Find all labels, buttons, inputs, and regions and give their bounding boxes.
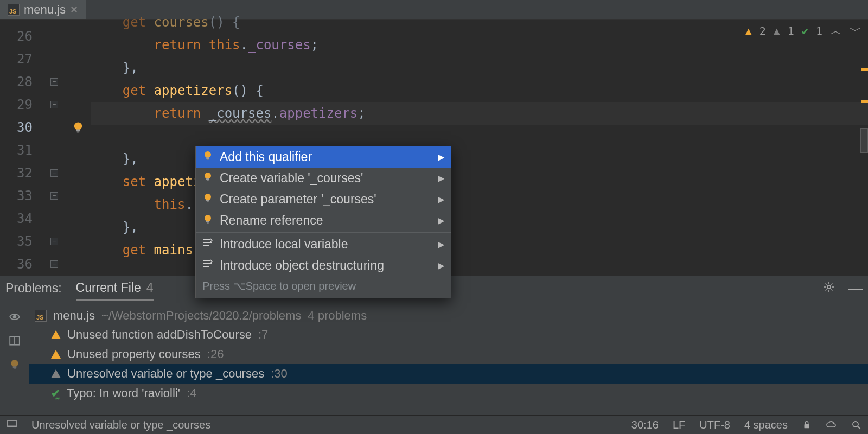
problems-file-name: menu.js [53, 309, 95, 323]
ide-window: JS menu.js ✕ 2627282930313233343536 −−−−… [0, 0, 868, 434]
file-tab-label: menu.js [24, 3, 66, 17]
typo-count: 1 [816, 24, 822, 37]
hide-panel-icon[interactable]: — [848, 280, 863, 297]
error-stripe-mark[interactable] [861, 100, 868, 103]
line-number-gutter: 2627282930313233343536 [0, 20, 43, 276]
problem-item[interactable]: ✔̰Typo: In word 'raviolli' :4 [29, 384, 868, 403]
intention-action-label: Create variable '_courses' [220, 171, 363, 186]
indent-settings[interactable]: 4 spaces [744, 419, 788, 431]
error-stripe-viewport[interactable] [860, 128, 868, 153]
status-bar: Unresolved variable or type _courses 30:… [0, 415, 868, 434]
fold-handle[interactable]: − [50, 260, 58, 268]
problems-title-label: Problems: [5, 281, 62, 296]
problem-text: Typo: In word 'raviolli' [67, 386, 180, 400]
line-number: 26 [0, 25, 43, 48]
search-icon[interactable] [851, 419, 861, 430]
fold-gutter: −−−−−− [43, 20, 65, 276]
intention-action-label: Create parameter '_courses' [220, 192, 376, 207]
intention-bulb-icon[interactable] [72, 121, 85, 134]
lock-icon[interactable] [802, 420, 812, 430]
warning-icon: ▲ [745, 24, 752, 37]
problem-text: Unused function addDishToCourse [67, 328, 252, 342]
line-number: 28 [0, 71, 43, 93]
file-tab[interactable]: JS menu.js ✕ [0, 0, 86, 19]
problem-location: :7 [258, 328, 268, 342]
javascript-file-icon: JS [8, 4, 20, 16]
refactor-icon [202, 237, 213, 252]
problems-tab-label: Current File [76, 280, 141, 295]
line-number: 32 [0, 162, 43, 184]
problems-title: Problems: [5, 276, 62, 300]
weak-warning-icon [51, 369, 61, 378]
code-line[interactable]: return _courses.appetizers; [91, 102, 868, 125]
line-number: 35 [0, 230, 43, 253]
caret-position[interactable]: 30:16 [631, 419, 659, 431]
inspection-summary[interactable]: ▲ 2 ▲ 1 ✔ 1 ︿ ﹀ [745, 23, 861, 39]
code-editor[interactable]: 2627282930313233343536 −−−−−− get course… [0, 20, 868, 276]
intention-action-item[interactable]: Rename reference▶ [196, 210, 451, 231]
close-icon[interactable]: ✕ [70, 4, 78, 16]
problems-tab-current-file[interactable]: Current File 4 [76, 276, 154, 300]
intention-action-label: Add this qualifier [220, 150, 312, 164]
intention-action-item[interactable]: Create variable '_courses'▶ [196, 168, 451, 189]
intention-actions-popup[interactable]: Add this qualifier▶Create variable '_cou… [195, 146, 451, 298]
submenu-arrow-icon: ▶ [438, 215, 444, 226]
intention-action-item[interactable]: Introduce object destructuring▶ [196, 255, 451, 276]
problems-file-row[interactable]: JS menu.js ~/WebstormProjects/2020.2/pro… [29, 307, 868, 325]
problems-file-count: 4 problems [308, 309, 367, 323]
fold-handle[interactable]: − [50, 192, 58, 200]
split-icon[interactable] [8, 334, 22, 348]
submenu-arrow-icon: ▶ [438, 260, 444, 271]
view-icon[interactable] [8, 310, 22, 324]
bulb-icon [202, 171, 213, 186]
submenu-arrow-icon: ▶ [438, 173, 444, 183]
typo-icon: ✔̰ [51, 387, 60, 400]
problem-location: :30 [271, 367, 288, 381]
submenu-arrow-icon: ▶ [438, 194, 444, 205]
error-stripe[interactable] [860, 20, 868, 276]
intention-action-item[interactable]: Add this qualifier▶ [196, 146, 451, 168]
gear-icon[interactable] [824, 282, 834, 296]
bulb-icon[interactable] [8, 358, 22, 372]
intention-action-item[interactable]: Introduce local variable▶ [196, 234, 451, 255]
intention-action-item[interactable]: Create parameter '_courses'▶ [196, 189, 451, 210]
typo-check-icon: ✔ [802, 24, 808, 37]
warning-icon [51, 330, 61, 339]
file-encoding[interactable]: UTF-8 [699, 419, 730, 431]
line-separator[interactable]: LF [673, 419, 685, 431]
warning-icon [51, 350, 61, 359]
line-number: 34 [0, 207, 43, 230]
code-line[interactable]: }, [91, 56, 868, 79]
code-line[interactable] [91, 125, 868, 148]
problems-tool-window: JS menu.js ~/WebstormProjects/2020.2/pro… [0, 301, 868, 416]
layout-icon[interactable] [7, 418, 17, 432]
intention-popup-hint: Press ⌥Space to open preview [196, 276, 451, 298]
line-number: 36 [0, 253, 43, 276]
problem-location: :4 [187, 386, 196, 400]
prev-highlight-icon[interactable]: ︿ [830, 23, 842, 39]
line-number: 33 [0, 184, 43, 207]
fold-handle[interactable]: − [50, 101, 58, 108]
fold-handle[interactable]: − [50, 78, 58, 86]
problem-item[interactable]: Unresolved variable or type _courses :30 [29, 364, 868, 384]
line-number: 27 [0, 48, 43, 71]
problems-list[interactable]: JS menu.js ~/WebstormProjects/2020.2/pro… [29, 301, 868, 416]
problem-location: :26 [207, 347, 224, 361]
problem-item[interactable]: Unused function addDishToCourse :7 [29, 325, 868, 344]
bulb-icon [202, 150, 213, 164]
weak-warning-count: 1 [788, 24, 794, 37]
problems-tab-count: 4 [146, 280, 154, 295]
next-highlight-icon[interactable]: ﹀ [850, 23, 861, 39]
submenu-arrow-icon: ▶ [438, 152, 444, 162]
javascript-file-icon: JS [35, 310, 47, 322]
bulb-icon [202, 192, 213, 207]
problem-item[interactable]: Unused property courses :26 [29, 344, 868, 364]
error-stripe-mark[interactable] [861, 68, 868, 71]
intention-action-label: Introduce object destructuring [220, 258, 384, 273]
fold-handle[interactable]: − [50, 169, 58, 177]
problem-text: Unresolved variable or type _courses [67, 367, 264, 381]
refactor-icon [202, 258, 213, 273]
fold-handle[interactable]: − [50, 238, 58, 245]
code-line[interactable]: get appetizers() { [91, 79, 868, 102]
cloud-icon[interactable] [826, 419, 837, 430]
